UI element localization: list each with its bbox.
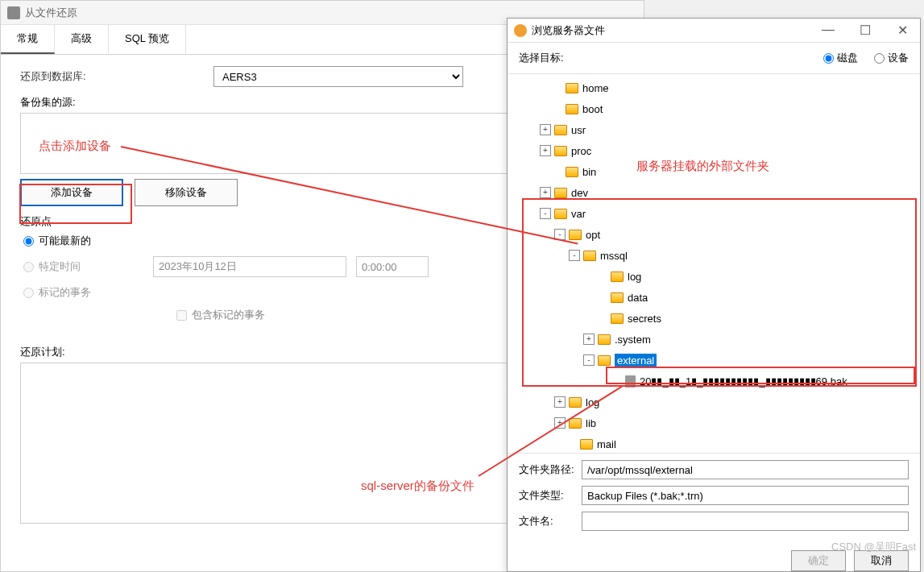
tree-node[interactable]: boot	[516, 98, 912, 119]
folder-icon	[554, 209, 567, 219]
tree-node-label[interactable]: data	[628, 292, 648, 304]
tree-expand-icon[interactable]: -	[583, 354, 595, 366]
include-marked-label: 包含标记的事务	[192, 308, 265, 322]
tree-node-label[interactable]: lib	[586, 417, 596, 429]
tree-expand-icon[interactable]: +	[554, 396, 566, 408]
maximize-icon[interactable]: ☐	[854, 23, 876, 38]
name-input[interactable]	[582, 512, 909, 531]
add-device-button[interactable]: 添加设备	[20, 179, 123, 206]
tree-node-label[interactable]: 20▮▮_▮▮_1▮_▮▮▮▮▮▮▮▮▮▮_▮▮▮▮▮▮▮▮▮69.bak	[640, 375, 847, 388]
tree-node-label[interactable]: home	[582, 82, 609, 94]
date-input[interactable]	[153, 256, 346, 277]
tree-node[interactable]: mail	[516, 433, 912, 453]
tree-node[interactable]: +usr	[516, 119, 912, 140]
tree-node-label[interactable]: mail	[597, 438, 616, 450]
tree-node[interactable]: bin	[516, 161, 912, 182]
remove-device-button[interactable]: 移除设备	[135, 179, 238, 206]
name-label: 文件名:	[519, 514, 582, 528]
tree-node-label[interactable]: log	[628, 271, 641, 283]
tree-node-label[interactable]: usr	[571, 124, 586, 136]
folder-icon	[583, 251, 596, 261]
tree-node[interactable]: -opt	[516, 224, 912, 245]
tree-node-label[interactable]: proc	[571, 145, 591, 157]
minimize-icon[interactable]: —	[817, 23, 839, 38]
tree-expand-icon	[596, 292, 607, 303]
browser-icon	[514, 24, 527, 37]
folder-icon	[611, 292, 624, 303]
radio-disk-label: 磁盘	[837, 51, 858, 65]
tree-node-label[interactable]: external	[615, 354, 657, 367]
tree-node[interactable]: +log	[516, 392, 912, 412]
tree-node[interactable]: secrets	[516, 308, 912, 329]
folder-icon	[611, 313, 624, 324]
watermark: CSDN @吴明Fast	[831, 540, 916, 554]
select-target-label: 选择目标:	[519, 51, 807, 65]
folder-icon	[566, 167, 578, 177]
tree-expand-icon	[596, 313, 607, 324]
tree-expand-icon[interactable]: -	[569, 250, 580, 261]
type-label: 文件类型:	[519, 488, 582, 503]
tree-node-label[interactable]: mssql	[600, 250, 628, 262]
tree-expand-icon[interactable]: +	[540, 124, 551, 135]
radio-marked	[23, 288, 34, 298]
include-marked-checkbox	[176, 310, 187, 321]
browser-window: 浏览服务器文件 — ☐ ✕ 选择目标: 磁盘 设备 homeboot+usr+p…	[507, 18, 921, 572]
tree-node[interactable]: home	[516, 77, 912, 98]
tree-node[interactable]: -mssql	[516, 245, 912, 266]
tree-expand-icon[interactable]: -	[540, 208, 551, 219]
close-icon[interactable]: ✕	[891, 23, 914, 38]
tree-node[interactable]: -var	[516, 203, 912, 224]
tree-node[interactable]: +proc	[516, 140, 912, 161]
folder-icon	[611, 271, 624, 282]
folder-icon	[566, 104, 578, 114]
tree-node-label[interactable]: var	[571, 208, 586, 220]
tree-node[interactable]: +.system	[516, 329, 912, 350]
tree-node[interactable]: 20▮▮_▮▮_1▮_▮▮▮▮▮▮▮▮▮▮_▮▮▮▮▮▮▮▮▮69.bak	[516, 371, 912, 392]
tree-node-label[interactable]: secrets	[628, 313, 661, 325]
file-icon	[625, 375, 636, 388]
tree-expand-icon[interactable]: +	[554, 417, 566, 429]
radio-disk[interactable]	[823, 53, 834, 64]
type-input[interactable]	[582, 486, 909, 505]
radio-latest[interactable]	[23, 236, 34, 247]
folder-icon	[554, 125, 567, 135]
tab-general[interactable]: 常规	[1, 25, 55, 54]
app-icon	[7, 6, 20, 19]
folder-icon	[598, 334, 611, 345]
window-title: 从文件还原	[25, 6, 77, 20]
tree-node-label[interactable]: bin	[582, 166, 596, 178]
folder-icon	[580, 439, 593, 450]
radio-device[interactable]	[874, 53, 885, 64]
tree-expand-icon	[551, 103, 562, 114]
tab-sql-preview[interactable]: SQL 预览	[109, 25, 186, 54]
folder-icon	[569, 418, 582, 429]
tree-node-label[interactable]: boot	[582, 103, 603, 115]
tree-node[interactable]: +lib	[516, 412, 912, 433]
tree-node-label[interactable]: .system	[615, 334, 651, 346]
time-input[interactable]	[356, 256, 429, 277]
tree-expand-icon[interactable]: +	[540, 145, 551, 156]
tree-node-label[interactable]: log	[586, 396, 599, 408]
tree-expand-icon	[551, 166, 562, 177]
folder-icon	[569, 230, 582, 240]
tree-node[interactable]: log	[516, 266, 912, 287]
tree-node[interactable]: -external	[516, 350, 912, 371]
tree-expand-icon[interactable]: +	[540, 187, 551, 198]
path-input[interactable]	[582, 460, 909, 479]
tree-expand-icon[interactable]: -	[554, 229, 566, 240]
folder-tree[interactable]: homeboot+usr+procbin+dev-var-opt-mssqllo…	[508, 74, 920, 453]
tree-node[interactable]: data	[516, 287, 912, 308]
tree-expand-icon	[596, 271, 607, 282]
restore-to-select[interactable]: AERS3	[213, 66, 463, 87]
tree-expand-icon	[551, 82, 562, 93]
radio-latest-label: 可能最新的	[39, 234, 91, 248]
tree-expand-icon	[566, 438, 577, 450]
tree-node-label[interactable]: opt	[586, 229, 600, 241]
tree-expand-icon[interactable]: +	[583, 334, 595, 345]
tree-node[interactable]: +dev	[516, 182, 912, 203]
tree-node-label[interactable]: dev	[571, 187, 588, 199]
tab-advanced[interactable]: 高级	[55, 25, 109, 54]
radio-marked-label: 标记的事务	[39, 285, 91, 300]
path-label: 文件夹路径:	[519, 462, 582, 477]
folder-icon	[598, 355, 611, 366]
